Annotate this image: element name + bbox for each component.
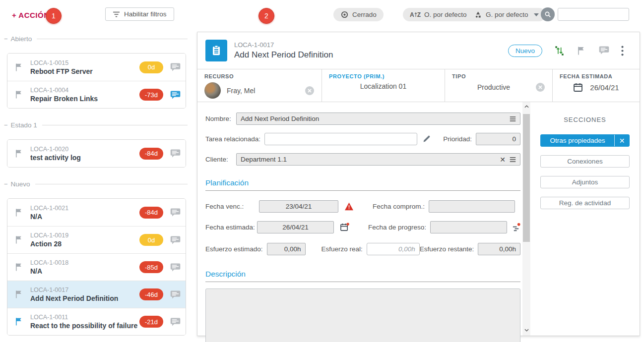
task-title: Action 28 [30, 240, 139, 248]
comment-icon[interactable] [170, 208, 181, 217]
task-list-item[interactable]: LOCA-1-0021N/A-84d [7, 199, 186, 226]
enable-filters-button[interactable]: Habilitar filtros [105, 7, 174, 21]
comment-icon[interactable] [599, 46, 609, 56]
clear-recurso-icon[interactable] [305, 86, 315, 96]
scrollbar-thumb[interactable] [523, 114, 530, 242]
sort-az-icon: AZ [410, 11, 421, 18]
cliente-input[interactable] [241, 156, 497, 163]
kebab-menu-icon[interactable] [621, 46, 632, 56]
esfuerzo-real-label: Esfuerzo real: [322, 245, 363, 253]
task-code: LOCA-1-0004 [30, 87, 139, 94]
calendar-icon[interactable] [573, 82, 583, 92]
flag-icon[interactable] [14, 235, 24, 245]
group-by-dropdown[interactable]: G. por defecto [467, 8, 546, 21]
prioridad-label: Prioridad: [443, 135, 472, 143]
section-button-otras-propiedades[interactable]: Otras propiedades✕ [540, 134, 630, 147]
collapse-toggle[interactable]: − [4, 121, 8, 129]
flag-icon[interactable] [14, 289, 24, 299]
view-closed-pill[interactable]: Cerrado [333, 8, 384, 21]
close-icon[interactable]: ✕ [614, 135, 629, 146]
flag-icon[interactable] [14, 317, 24, 327]
comment-icon[interactable] [170, 90, 181, 100]
section-button-conexiones[interactable]: Conexiones [540, 155, 630, 168]
menu-icon[interactable] [510, 157, 516, 163]
flag-icon[interactable] [14, 149, 24, 159]
comment-icon[interactable] [170, 290, 181, 299]
flag-icon[interactable] [14, 90, 24, 100]
fecha-estimada-input-wrap [257, 221, 334, 233]
field-recurso-value: Fray, Mel [227, 87, 255, 95]
due-badge: 0d [139, 234, 163, 246]
menu-icon[interactable] [510, 116, 516, 122]
due-badge: 0d [139, 61, 163, 73]
flag-icon[interactable] [14, 62, 24, 72]
fecha-venc-input[interactable] [263, 203, 334, 210]
collapse-toggle[interactable]: − [4, 35, 8, 43]
group-divider [35, 184, 188, 184]
flag-icon[interactable] [14, 262, 24, 272]
clear-tipo-icon[interactable] [535, 82, 545, 92]
prioridad-input[interactable] [480, 135, 516, 143]
group-label: Nuevo [11, 180, 30, 188]
esfuerzo-real-input[interactable] [371, 245, 415, 253]
warning-icon [344, 202, 354, 211]
collapse-toggle[interactable]: − [4, 180, 8, 188]
task-code: LOCA-1-0019 [30, 232, 139, 239]
fecha-progreso-input[interactable] [435, 224, 503, 231]
task-code: LOCA-1-0020 [30, 146, 139, 153]
comment-icon[interactable] [170, 62, 181, 72]
notification-badge-1: 1 [46, 8, 62, 24]
progress-alert-icon[interactable] [512, 223, 520, 232]
app-root: + ACCIÓN 1 2 Habilitar filtros Cerrado A… [0, 0, 644, 342]
field-proyecto-value[interactable]: Localization 01 [360, 82, 406, 90]
group-label: Abierto [11, 35, 32, 43]
cliente-label: Cliente: [205, 156, 236, 163]
calendar-alert-icon[interactable] [340, 223, 349, 232]
comment-icon[interactable] [170, 149, 181, 158]
esfuerzo-restante-label: Esfuerzo restante: [420, 245, 474, 253]
field-tipo-label: TIPO [452, 73, 545, 79]
task-list-item[interactable]: LOCA-1-0020test activity log-84d [7, 140, 186, 167]
scroll-up-icon[interactable] [522, 103, 530, 110]
esfuerzo-restante-input[interactable] [482, 245, 516, 253]
workflow-transition-icon[interactable] [554, 46, 565, 56]
task-text: LOCA-1-0020test activity log [30, 146, 139, 162]
esfuerzo-estimado-input[interactable] [271, 245, 301, 253]
task-list-item[interactable]: LOCA-1-0019Action 280d [7, 226, 186, 253]
pencil-icon[interactable] [422, 135, 431, 143]
section-button-reg-de-actividad[interactable]: Reg. de actividad [540, 197, 630, 209]
fecha-comprom-input-wrap [429, 200, 515, 213]
fecha-comprom-input[interactable] [433, 203, 511, 210]
due-badge: -84d [139, 148, 163, 160]
task-text: LOCA-1-0015Reboot FTP Server [30, 59, 139, 75]
flag-icon[interactable] [14, 208, 24, 218]
status-badge[interactable]: Nuevo [508, 45, 542, 57]
task-list-item[interactable]: LOCA-1-0015Reboot FTP Server0d [7, 54, 186, 81]
clear-x-icon[interactable]: ✕ [500, 156, 506, 164]
task-text: LOCA-1-0011React to the possibility of f… [30, 314, 139, 330]
descripcion-textarea[interactable] [205, 288, 520, 342]
nombre-input[interactable] [241, 115, 507, 122]
tarea-input[interactable] [269, 135, 413, 143]
section-button-adjuntos[interactable]: Adjuntos [540, 176, 630, 188]
add-action-button[interactable]: + ACCIÓN [12, 11, 50, 19]
scroll-down-icon[interactable] [522, 327, 530, 334]
search-button[interactable] [541, 7, 555, 21]
flag-icon[interactable] [577, 46, 587, 56]
chevron-down-icon [534, 13, 539, 16]
task-title: Add Next Period Definition [30, 294, 139, 302]
comment-icon[interactable] [170, 317, 181, 327]
task-group-card: LOCA-1-0015Reboot FTP Server0dLOCA-1-000… [7, 53, 186, 109]
sections-pane: SECCIONES Otras propiedades✕ConexionesAd… [530, 102, 640, 336]
comment-icon[interactable] [170, 263, 181, 272]
task-list-item[interactable]: LOCA-1-0017Add Next Period Definition-46… [7, 281, 186, 308]
comment-icon[interactable] [170, 235, 181, 245]
due-badge: -73d [139, 89, 163, 101]
fecha-estimada-input[interactable] [261, 224, 329, 231]
task-list-item[interactable]: LOCA-1-0018N/A-85d [7, 253, 186, 281]
form-scrollbar[interactable] [522, 102, 530, 336]
task-list-item[interactable]: LOCA-1-0011React to the possibility of f… [7, 308, 186, 335]
fecha-progreso-label: Fecha de progreso: [368, 224, 426, 231]
task-list-item[interactable]: LOCA-1-0004Repair Broken Links-73d [7, 81, 186, 108]
search-input[interactable] [558, 8, 644, 20]
